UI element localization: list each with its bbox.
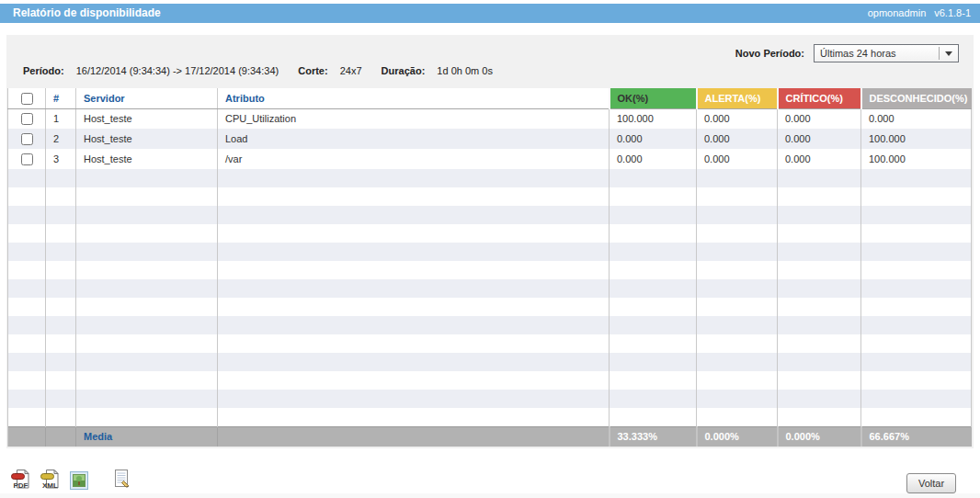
empty-cell	[610, 206, 697, 224]
empty-table-row	[8, 371, 972, 390]
empty-cell	[610, 169, 697, 187]
empty-cell	[697, 408, 778, 426]
cell-unknown: 100.000	[861, 149, 972, 169]
pdf-export-icon[interactable]: PDF	[11, 469, 32, 492]
media-label: Media	[76, 426, 218, 447]
column-header-attribute[interactable]: Atributo	[218, 88, 610, 108]
chevron-down-icon[interactable]	[940, 51, 958, 56]
empty-cell	[610, 279, 697, 298]
new-period-label: Novo Período:	[735, 48, 804, 59]
column-header-server[interactable]: Servidor	[76, 88, 218, 108]
availability-table: # Servidor Atributo OK(%) ALERTA(%) CRÍT…	[7, 88, 972, 447]
empty-cell	[610, 243, 697, 261]
empty-cell	[861, 279, 972, 298]
empty-cell	[610, 298, 697, 316]
period-select[interactable]: Últimas 24 horas	[814, 44, 959, 62]
media-empty-cell	[46, 426, 76, 447]
empty-cell	[778, 353, 861, 371]
empty-cell	[76, 390, 218, 408]
table-row: 2Host_testeLoad0.0000.0000.000100.000	[8, 129, 972, 149]
empty-cell	[610, 353, 697, 371]
empty-cell	[76, 298, 218, 316]
column-header-num[interactable]: #	[46, 88, 76, 108]
empty-cell	[697, 279, 778, 298]
table-header-row: # Servidor Atributo OK(%) ALERTA(%) CRÍT…	[8, 88, 972, 108]
empty-cell	[8, 169, 46, 187]
bottom-strip	[0, 493, 980, 498]
empty-cell	[697, 169, 778, 187]
empty-cell	[778, 334, 861, 353]
empty-cell	[778, 243, 861, 261]
duration-value: 1d 0h 0m 0s	[437, 65, 493, 76]
period-value: 16/12/2014 (9:34:34) -> 17/12/2014 (9:34…	[76, 65, 279, 76]
empty-cell	[861, 334, 972, 353]
empty-cell	[697, 353, 778, 371]
image-export-icon[interactable]	[70, 471, 88, 492]
empty-table-row	[8, 353, 972, 371]
empty-cell	[8, 390, 46, 408]
empty-cell	[218, 243, 610, 261]
back-button[interactable]: Voltar	[906, 473, 956, 493]
cut-label: Corte:	[298, 65, 327, 76]
column-header-unknown[interactable]: DESCONHECIDO(%)	[861, 88, 972, 108]
empty-cell	[861, 243, 972, 261]
empty-cell	[46, 371, 76, 390]
period-info-line: Período: 16/12/2014 (9:34:34) -> 17/12/2…	[23, 65, 509, 76]
cell-num: 1	[46, 108, 76, 129]
empty-cell	[8, 408, 46, 426]
empty-cell	[218, 408, 610, 426]
empty-cell	[697, 206, 778, 224]
report-panel: Novo Período: Últimas 24 horas Período: …	[6, 35, 974, 448]
empty-cell	[76, 187, 218, 206]
empty-table-row	[8, 261, 972, 279]
empty-table-row	[8, 334, 972, 353]
empty-cell	[46, 390, 76, 408]
svg-text:XML: XML	[42, 481, 58, 490]
empty-cell	[861, 261, 972, 279]
empty-cell	[778, 206, 861, 224]
user-version-info: opmonadminv6.1.8-1	[868, 4, 971, 23]
empty-cell	[8, 243, 46, 261]
period-label: Período:	[23, 65, 64, 76]
empty-table-row	[8, 316, 972, 334]
empty-cell	[218, 187, 610, 206]
table-row: 1Host_testeCPU_Utilization100.0000.0000.…	[8, 108, 972, 129]
row-checkbox[interactable]	[21, 113, 33, 125]
column-header-alert[interactable]: ALERTA(%)	[697, 88, 778, 108]
column-header-ok[interactable]: OK(%)	[610, 88, 697, 108]
empty-cell	[218, 298, 610, 316]
empty-cell	[8, 187, 46, 206]
empty-cell	[697, 243, 778, 261]
empty-cell	[778, 224, 861, 243]
empty-cell	[861, 371, 972, 390]
empty-cell	[861, 206, 972, 224]
xml-export-icon[interactable]: XML	[40, 469, 62, 492]
empty-cell	[610, 408, 697, 426]
select-all-checkbox[interactable]	[21, 93, 33, 105]
empty-cell	[46, 187, 76, 206]
empty-cell	[861, 187, 972, 206]
empty-table-row	[8, 206, 972, 224]
empty-table-row	[8, 187, 972, 206]
log-notes-icon[interactable]	[112, 469, 132, 492]
column-header-critical[interactable]: CRÍTICO(%)	[778, 88, 861, 108]
row-checkbox[interactable]	[21, 153, 33, 165]
empty-cell	[46, 206, 76, 224]
cell-server: Host_teste	[76, 108, 218, 129]
empty-cell	[8, 298, 46, 316]
empty-cell	[8, 261, 46, 279]
logged-user-label: opmonadmin	[868, 7, 927, 18]
empty-cell	[861, 316, 972, 334]
media-empty-cell	[8, 426, 46, 447]
media-summary-row: Media 33.333% 0.000% 0.000% 66.667%	[8, 426, 972, 447]
empty-cell	[76, 224, 218, 243]
empty-cell	[8, 334, 46, 353]
empty-cell	[778, 279, 861, 298]
app-version-label: v6.1.8-1	[934, 7, 971, 18]
title-bar: Relatório de disponibilidade opmonadminv…	[0, 4, 980, 23]
cell-alert: 0.000	[697, 108, 778, 129]
empty-cell	[46, 224, 76, 243]
row-checkbox[interactable]	[21, 133, 33, 145]
empty-cell	[610, 224, 697, 243]
media-critical-value: 0.000%	[778, 426, 861, 447]
